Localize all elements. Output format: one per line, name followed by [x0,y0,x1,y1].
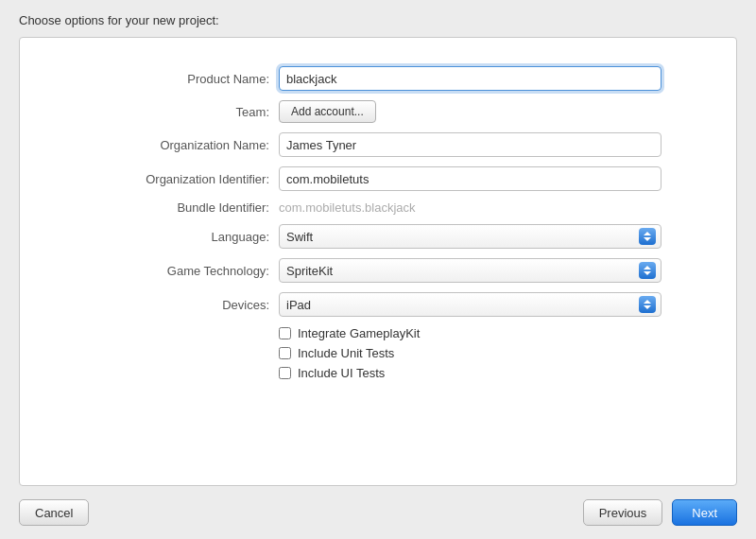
org-identifier-label: Organization Identifier: [94,172,279,186]
org-name-row: Organization Name: [94,132,662,157]
include-ui-tests-label: Include UI Tests [298,366,385,380]
product-name-control [279,66,662,91]
team-row: Team: Add account... [94,100,662,123]
bundle-identifier-row: Bundle Identifier: com.mobiletuts.blackj… [94,200,662,215]
next-button[interactable]: Next [672,499,737,526]
product-name-label: Product Name: [94,72,279,86]
include-unit-tests-checkbox[interactable] [279,347,291,359]
game-tech-control: SpriteKit SceneKit Metal OpenGL ES None [279,258,662,283]
devices-select-wrapper: iPad iPhone Universal [279,292,662,317]
org-identifier-input[interactable] [279,166,662,191]
cancel-button[interactable]: Cancel [19,499,89,526]
ui-tests-row: Include UI Tests [279,366,662,380]
checkboxes-section: Integrate GameplayKit Include Unit Tests… [279,326,662,380]
org-name-input[interactable] [279,132,662,157]
integrate-gameplay-row: Integrate GameplayKit [279,326,662,340]
language-select-wrapper: Swift Objective-C [279,224,662,249]
devices-label: Devices: [94,298,279,312]
org-name-label: Organization Name: [94,138,279,152]
devices-select[interactable]: iPad iPhone Universal [279,292,662,317]
bundle-identifier-value: com.mobiletuts.blackjack [279,198,416,217]
bundle-identifier-label: Bundle Identifier: [94,200,279,215]
devices-control: iPad iPhone Universal [279,292,662,317]
devices-row: Devices: iPad iPhone Universal [94,292,662,317]
game-tech-select[interactable]: SpriteKit SceneKit Metal OpenGL ES None [279,258,662,283]
org-identifier-control [279,166,662,191]
integrate-gameplay-label: Integrate GameplayKit [298,326,420,340]
language-control: Swift Objective-C [279,224,662,249]
language-select[interactable]: Swift Objective-C [279,224,662,249]
language-label: Language: [94,230,279,244]
product-name-row: Product Name: [94,66,662,91]
team-label: Team: [94,105,279,119]
unit-tests-row: Include Unit Tests [279,346,662,360]
footer: Cancel Previous Next [0,486,756,539]
game-tech-row: Game Technology: SpriteKit SceneKit Meta… [94,258,662,283]
integrate-gameplay-checkbox[interactable] [279,327,291,339]
team-control: Add account... [279,100,662,123]
org-name-control [279,132,662,157]
form-container: Product Name: Team: Add account... Organ… [19,37,737,486]
instruction-text: Choose options for your new project: [19,13,219,27]
product-name-input[interactable] [279,66,662,91]
language-row: Language: Swift Objective-C [94,224,662,249]
add-account-button[interactable]: Add account... [279,100,376,123]
footer-right: Previous Next [583,499,737,526]
previous-button[interactable]: Previous [583,499,663,526]
bundle-identifier-control: com.mobiletuts.blackjack [279,200,662,215]
game-tech-label: Game Technology: [94,264,279,278]
game-tech-select-wrapper: SpriteKit SceneKit Metal OpenGL ES None [279,258,662,283]
include-unit-tests-label: Include Unit Tests [298,346,394,360]
include-ui-tests-checkbox[interactable] [279,367,291,379]
org-identifier-row: Organization Identifier: [94,166,662,191]
